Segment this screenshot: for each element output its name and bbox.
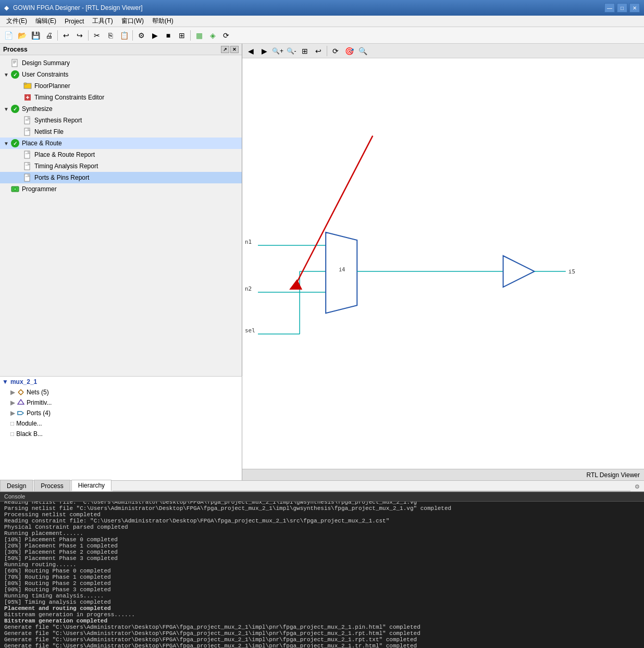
menu-help[interactable]: 帮助(H) xyxy=(148,16,178,27)
menu-edit[interactable]: 编辑(E) xyxy=(31,16,60,27)
tree-item-place-route[interactable]: ▼ ✓ Place & Route xyxy=(0,138,242,149)
rtl-sep1 xyxy=(327,46,327,56)
pr-check-icon: ✓ xyxy=(11,139,19,147)
panel-close-button[interactable]: ✕ xyxy=(230,46,239,53)
minimize-button[interactable]: — xyxy=(604,3,615,13)
menu-window[interactable]: 窗口(W) xyxy=(117,16,148,27)
toolbar-build[interactable]: ⚙ xyxy=(135,29,147,42)
svg-marker-30 xyxy=(326,232,357,313)
tree-item-design-summary[interactable]: Design Summary xyxy=(0,57,242,69)
rtl-target[interactable]: 🎯 xyxy=(343,45,355,57)
nav-item-mux[interactable]: ▼ mux_2_1 xyxy=(0,377,242,387)
expand-icon-syn-report xyxy=(15,116,23,124)
nav-item-module[interactable]: □ Module... xyxy=(0,418,242,429)
item-icon-user-constraints: ✓ xyxy=(10,70,20,79)
rtl-content: n1 n2 sel i5 i4 xyxy=(242,58,644,469)
nav-item-nets[interactable]: ▶ Nets (5) xyxy=(0,387,242,397)
expand-icon-ports xyxy=(15,173,23,182)
panel-float-button[interactable]: ↗ xyxy=(221,46,229,53)
maximize-button[interactable]: □ xyxy=(617,3,627,13)
tree-label-netlist: Netlist File xyxy=(34,128,64,135)
toolbar-grid[interactable]: ⊞ xyxy=(176,29,188,42)
expand-icon-design-summary xyxy=(2,59,10,67)
console-line: Reading constraint file: "C:\Users\Admin… xyxy=(4,518,640,524)
console-line: Generate file "C:\Users\Administrator\De… xyxy=(4,630,640,637)
console-line: Generate file "C:\Users\Administrator\De… xyxy=(4,624,640,630)
expand-icon-user-constraints: ▼ xyxy=(2,70,10,79)
tree-label-design-summary: Design Summary xyxy=(22,59,70,67)
item-icon-programmer xyxy=(10,184,20,194)
tree-item-timing-constraints-editor[interactable]: Timing Constraints Editor xyxy=(0,92,242,103)
rtl-forward[interactable]: ▶ xyxy=(258,45,270,57)
tab-process[interactable]: Process xyxy=(34,480,70,491)
tree-label-pr-report: Place & Route Report xyxy=(34,151,95,158)
nav-item-blackbox[interactable]: □ Black B... xyxy=(0,429,242,439)
tree-item-synthesize[interactable]: ▼ ✓ Synthesize xyxy=(0,103,242,115)
toolbar-paste[interactable]: 📋 xyxy=(118,29,130,42)
tab-design[interactable]: Design xyxy=(0,480,33,491)
toolbar-stop[interactable]: ■ xyxy=(162,29,175,42)
item-icon-synthesize: ✓ xyxy=(10,104,20,114)
toolbar-open[interactable]: 📂 xyxy=(16,29,28,42)
tree-item-synthesis-report[interactable]: Synthesis Report xyxy=(0,115,242,126)
console-line: Running routing...... xyxy=(4,562,640,568)
tree-label-timing-analysis: Timing Analysis Report xyxy=(34,163,98,170)
app-title: GOWIN FPGA Designer - [RTL Design Viewer… xyxy=(13,4,604,11)
toolbar-new[interactable]: 📄 xyxy=(2,29,15,42)
console-area[interactable]: Reading netlist file: "C:\Users\Administ… xyxy=(0,501,644,648)
toolbar-refresh[interactable]: ⟳ xyxy=(220,29,232,42)
toolbar-run[interactable]: ▶ xyxy=(148,29,161,42)
tree-item-floorplanner[interactable]: FloorPlanner xyxy=(0,80,242,92)
toolbar-copy[interactable]: ⎘ xyxy=(104,29,117,42)
tab-hierarchy[interactable]: Hierarchy xyxy=(71,480,112,491)
toolbar-chip[interactable]: ▦ xyxy=(193,29,205,42)
toolbar-save[interactable]: 💾 xyxy=(29,29,42,42)
rtl-schematic: n1 n2 sel i5 i4 xyxy=(242,58,644,469)
menu-file[interactable]: 文件(E) xyxy=(2,16,31,27)
rtl-back[interactable]: ◀ xyxy=(244,45,257,57)
console-line: Running timing analysis...... xyxy=(4,593,640,599)
rtl-reset[interactable]: ↩ xyxy=(312,45,325,57)
tree-label-user-constraints: User Constraints xyxy=(22,71,68,78)
panel-header-buttons: ↗ ✕ xyxy=(221,46,239,53)
toolbar-chip2[interactable]: ◈ xyxy=(206,29,219,42)
process-panel-title: Process xyxy=(3,46,28,53)
toolbar-undo[interactable]: ↩ xyxy=(60,29,72,42)
primitives-icon xyxy=(17,399,24,406)
nav-label-blackbox: Black B... xyxy=(16,430,43,438)
svg-text:n2: n2 xyxy=(245,285,252,292)
rtl-fit[interactable]: ⊞ xyxy=(299,45,311,57)
rtl-zoom-in[interactable]: 🔍+ xyxy=(271,45,284,57)
nav-label-module: Module... xyxy=(16,420,42,427)
item-icon-tce xyxy=(23,93,32,102)
toolbar-cut[interactable]: ✂ xyxy=(91,29,103,42)
close-button[interactable]: ✕ xyxy=(629,3,640,13)
main-layout: Process ↗ ✕ Design Summary ▼ ✓ xyxy=(0,44,644,480)
console-line: [10%] Placement Phase 0 completed xyxy=(4,537,640,543)
expand-icon-tce xyxy=(15,93,23,102)
rtl-refresh[interactable]: ⟳ xyxy=(329,45,342,57)
bottom-tabs-bar: Design Process Hierarchy ⚙ xyxy=(0,480,644,492)
nav-item-ports[interactable]: ▶ Ports (4) xyxy=(0,408,242,418)
expand-icon-pr-report xyxy=(15,151,23,159)
tree-item-programmer[interactable]: Programmer xyxy=(0,183,242,195)
rtl-zoom-out[interactable]: 🔍- xyxy=(285,45,298,57)
rtl-search[interactable]: 🔍 xyxy=(356,45,369,57)
menu-tools[interactable]: 工具(T) xyxy=(88,16,117,27)
toolbar-sep-3 xyxy=(132,30,133,41)
console-line: [60%] Routing Phase 0 completed xyxy=(4,568,640,574)
tree-item-pr-report[interactable]: Place & Route Report xyxy=(0,149,242,160)
nav-nets-expand: ▶ xyxy=(10,389,15,396)
ports-icon xyxy=(17,409,24,417)
console-line: [95%] Timing analysis completed xyxy=(4,599,640,605)
check-green-icon: ✓ xyxy=(11,70,19,79)
tree-item-timing-analysis[interactable]: Timing Analysis Report xyxy=(0,160,242,172)
menu-project[interactable]: Project xyxy=(60,16,88,27)
nav-item-primitives[interactable]: ▶ Primitiv... xyxy=(0,397,242,408)
toolbar-redo[interactable]: ↪ xyxy=(73,29,86,42)
console-line: Bitstream generation completed xyxy=(4,618,640,624)
toolbar-print[interactable]: 🖨 xyxy=(43,29,55,42)
tree-item-netlist-file[interactable]: Netlist File xyxy=(0,126,242,138)
tree-item-ports-report[interactable]: Ports & Pins Report xyxy=(0,172,242,183)
tree-item-user-constraints[interactable]: ▼ ✓ User Constraints xyxy=(0,69,242,80)
